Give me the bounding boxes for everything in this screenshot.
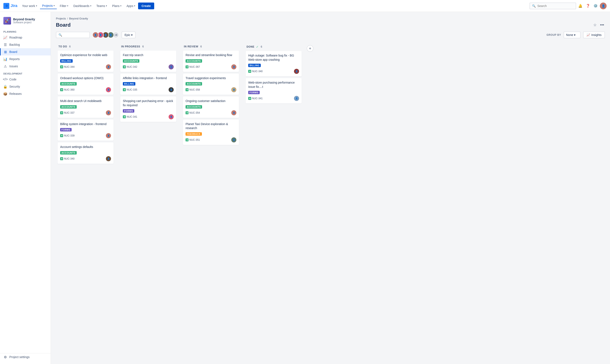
card-tag: ACCOUNTS bbox=[123, 59, 139, 63]
card-issue: NUC-339 bbox=[60, 134, 75, 137]
card-title: Affelite links integration - frontend bbox=[123, 76, 174, 80]
topnav-filter[interactable]: Filter ▾ bbox=[58, 3, 70, 9]
topnav-plans[interactable]: Plans ▾ bbox=[110, 3, 123, 9]
code-icon: </> bbox=[3, 78, 7, 81]
issue-id: NUC-358 bbox=[189, 88, 200, 91]
create-button[interactable]: Create bbox=[138, 2, 154, 9]
issue-id: NUC-342 bbox=[127, 65, 137, 68]
chevron-down-icon: ▾ bbox=[106, 5, 107, 7]
card-issue: NUC-341 bbox=[248, 97, 263, 100]
board-title: Board bbox=[56, 22, 70, 28]
sidebar-item-project-settings[interactable]: ⚙ Project settings bbox=[0, 353, 51, 361]
card[interactable]: Planet Taxi Device exploration & researc… bbox=[183, 119, 239, 145]
issue-icon bbox=[186, 138, 189, 141]
card-tag: BILLING bbox=[248, 64, 261, 67]
card-title: Account settings defaults bbox=[60, 145, 111, 149]
board-search-box[interactable]: 🔍 bbox=[56, 32, 90, 38]
issue-id: NUC-341 bbox=[252, 97, 263, 100]
column-header-done: DONE✓6 bbox=[246, 45, 302, 49]
group-by-select[interactable]: None ▾ bbox=[564, 32, 581, 38]
column-count-todo: 6 bbox=[69, 45, 71, 48]
card-avatar: 👤 bbox=[169, 114, 174, 119]
sidebar-item-backlog[interactable]: ☰ Backlog bbox=[0, 41, 51, 48]
card[interactable]: Multi-dest search UI mobileweb ACCOUNTS … bbox=[58, 96, 113, 118]
card-footer: NUC-339 👤 bbox=[60, 133, 111, 138]
notifications-button[interactable]: 🔔 bbox=[577, 2, 584, 9]
sidebar-item-board[interactable]: ⊞ Board bbox=[0, 48, 51, 55]
card-footer: NUC-341 👤 bbox=[123, 114, 174, 119]
breadcrumb: Projects / Beyond Gravity bbox=[56, 17, 605, 20]
chevron-down-icon: ▾ bbox=[67, 5, 68, 7]
topnav-your-work[interactable]: Your work ▾ bbox=[20, 3, 39, 9]
card[interactable]: Shopping cart purchasing error - quick f… bbox=[120, 96, 176, 122]
card[interactable]: High outage: Software bug fix - BG Web-s… bbox=[246, 51, 302, 76]
card-tag: ACCOUNTS bbox=[186, 82, 202, 86]
sidebar-item-releases[interactable]: 📦 Releases bbox=[0, 90, 51, 97]
issue-icon bbox=[60, 157, 63, 160]
issue-icon bbox=[186, 111, 189, 114]
breadcrumb-project[interactable]: Beyond Gravity bbox=[69, 17, 88, 20]
card-avatar: 👤 bbox=[294, 96, 299, 101]
card-issue: NUC-342 bbox=[123, 65, 137, 68]
project-icon: 🚀 bbox=[3, 17, 11, 25]
card-title: Billing system integration - frontend bbox=[60, 122, 111, 126]
column-count-inprogress: 6 bbox=[142, 45, 144, 48]
sidebar-item-roadmap[interactable]: 📈 Roadmap bbox=[0, 34, 51, 41]
card[interactable]: Ongoing customer satisfaction ACCOUNTS N… bbox=[183, 96, 239, 118]
card[interactable]: Billing system integration - frontend FO… bbox=[58, 119, 113, 141]
card[interactable]: Account settings defaults ACCOUNTS NUC-3… bbox=[58, 143, 113, 164]
board-search-input[interactable] bbox=[63, 33, 87, 37]
sidebar-item-reports[interactable]: 📊 Reports bbox=[0, 55, 51, 63]
card-footer: NUC-335 👤 bbox=[123, 87, 174, 92]
search-input[interactable] bbox=[537, 4, 574, 8]
card[interactable]: Fast trip search ACCOUNTS NUC-342 👤 bbox=[120, 51, 176, 72]
issue-icon bbox=[186, 88, 189, 91]
more-options-button[interactable]: ••• bbox=[599, 22, 605, 28]
breadcrumb-projects[interactable]: Projects bbox=[56, 17, 66, 20]
card[interactable]: Optimize experience for mobile web BILLI… bbox=[58, 51, 113, 72]
card[interactable]: Web-store purchasing performance issue f… bbox=[246, 78, 302, 104]
card-title: Revise and streamline booking flow bbox=[186, 53, 236, 57]
card-tag: FORMS bbox=[123, 109, 134, 113]
column-title-inreview: IN REVIEW bbox=[184, 45, 198, 48]
card-footer: NUC-342 👤 bbox=[123, 64, 174, 69]
card-footer: NUC-358 👤 bbox=[186, 87, 236, 92]
card-issue: NUC-367 bbox=[186, 65, 200, 68]
card-tag: BILLING bbox=[60, 59, 73, 63]
help-button[interactable]: ❓ bbox=[584, 2, 591, 9]
search-box[interactable]: 🔍 bbox=[529, 2, 576, 9]
add-column-button[interactable]: + bbox=[307, 45, 313, 52]
backlog-icon: ☰ bbox=[3, 43, 7, 47]
chevron-down-icon: ▾ bbox=[574, 33, 575, 37]
card-tag: BILLING bbox=[123, 82, 135, 86]
search-icon: 🔍 bbox=[58, 33, 62, 37]
card-avatar: 👤 bbox=[106, 64, 111, 69]
card[interactable]: Onboard workout options (OWO) ACCOUNTS N… bbox=[58, 74, 113, 95]
insights-button[interactable]: 📈 Insights bbox=[583, 32, 605, 38]
issues-icon: ⚠ bbox=[3, 64, 7, 68]
issue-id: NUC-351 bbox=[189, 138, 200, 141]
topnav-dashboards[interactable]: Dashboards ▾ bbox=[71, 3, 94, 9]
settings-icon: ⚙ bbox=[3, 355, 7, 359]
user-avatar[interactable]: 👤 bbox=[600, 2, 607, 9]
topnav-teams[interactable]: Teams ▾ bbox=[94, 3, 109, 9]
settings-button[interactable]: ⚙️ bbox=[592, 2, 599, 9]
topnav-apps[interactable]: Apps ▾ bbox=[124, 3, 137, 9]
topnav-projects[interactable]: Projects ▾ bbox=[40, 3, 57, 9]
card-title: Multi-dest search UI mobileweb bbox=[60, 99, 111, 103]
card-tag: FEEDBACK bbox=[186, 132, 202, 136]
sidebar-item-security[interactable]: 🔒 Security bbox=[0, 83, 51, 90]
card-issue: NUC-335 bbox=[123, 88, 137, 91]
issue-id: NUC-360 bbox=[64, 88, 75, 91]
jira-logo[interactable]: Jira bbox=[3, 3, 17, 9]
epic-filter-button[interactable]: Epic ▾ bbox=[122, 32, 136, 38]
card[interactable]: Affelite links integration - frontend BI… bbox=[120, 74, 176, 95]
avatar-1[interactable]: 👤 bbox=[92, 32, 99, 38]
sidebar-item-code[interactable]: </> Code bbox=[0, 76, 51, 83]
card[interactable]: Revise and streamline booking flow ACCOU… bbox=[183, 51, 239, 72]
card[interactable]: Travel suggestion experiments ACCOUNTS N… bbox=[183, 74, 239, 95]
chart-icon: 📈 bbox=[586, 33, 590, 37]
issue-icon bbox=[60, 88, 63, 91]
sidebar-item-issues[interactable]: ⚠ Issues bbox=[0, 63, 51, 70]
star-button[interactable]: ☆ bbox=[592, 22, 597, 28]
